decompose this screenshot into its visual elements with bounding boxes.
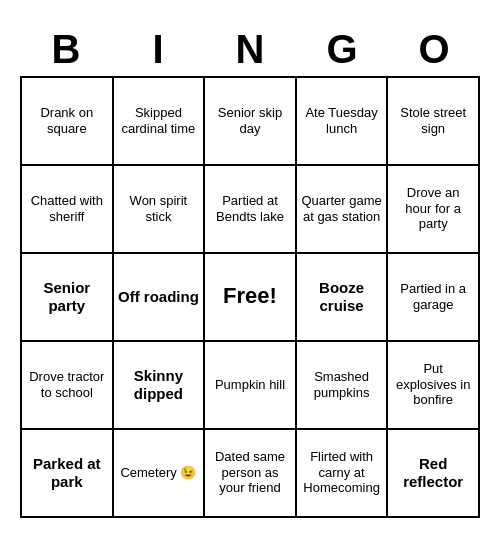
bingo-cell-15: Drove tractor to school: [22, 342, 114, 430]
bingo-cell-14: Partied in a garage: [388, 254, 480, 342]
bingo-card: B I N G O Drank on squareSkipped cardina…: [10, 17, 490, 528]
bingo-cell-21: Cemetery 😉: [114, 430, 206, 518]
bingo-cell-13: Booze cruise: [297, 254, 389, 342]
bingo-cell-24: Red reflector: [388, 430, 480, 518]
bingo-cell-9: Drove an hour for a party: [388, 166, 480, 254]
bingo-cell-17: Pumpkin hill: [205, 342, 297, 430]
bingo-cell-16: Skinny dipped: [114, 342, 206, 430]
bingo-cell-4: Stole street sign: [388, 78, 480, 166]
bingo-cell-1: Skipped cardinal time: [114, 78, 206, 166]
bingo-cell-3: Ate Tuesday lunch: [297, 78, 389, 166]
bingo-cell-20: Parked at park: [22, 430, 114, 518]
title-n: N: [206, 27, 294, 72]
bingo-title: B I N G O: [20, 27, 480, 72]
bingo-cell-7: Partied at Bendts lake: [205, 166, 297, 254]
bingo-cell-2: Senior skip day: [205, 78, 297, 166]
bingo-cell-19: Put explosives in bonfire: [388, 342, 480, 430]
bingo-cell-0: Drank on square: [22, 78, 114, 166]
bingo-cell-10: Senior party: [22, 254, 114, 342]
bingo-cell-12: Free!: [205, 254, 297, 342]
title-i: I: [114, 27, 202, 72]
title-g: G: [298, 27, 386, 72]
title-b: B: [22, 27, 110, 72]
bingo-cell-22: Dated same person as your friend: [205, 430, 297, 518]
bingo-grid: Drank on squareSkipped cardinal timeSeni…: [20, 76, 480, 518]
bingo-cell-8: Quarter game at gas station: [297, 166, 389, 254]
bingo-cell-6: Won spirit stick: [114, 166, 206, 254]
bingo-cell-23: Flirted with carny at Homecoming: [297, 430, 389, 518]
bingo-cell-5: Chatted with sheriff: [22, 166, 114, 254]
title-o: O: [390, 27, 478, 72]
bingo-cell-11: Off roading: [114, 254, 206, 342]
bingo-cell-18: Smashed pumpkins: [297, 342, 389, 430]
